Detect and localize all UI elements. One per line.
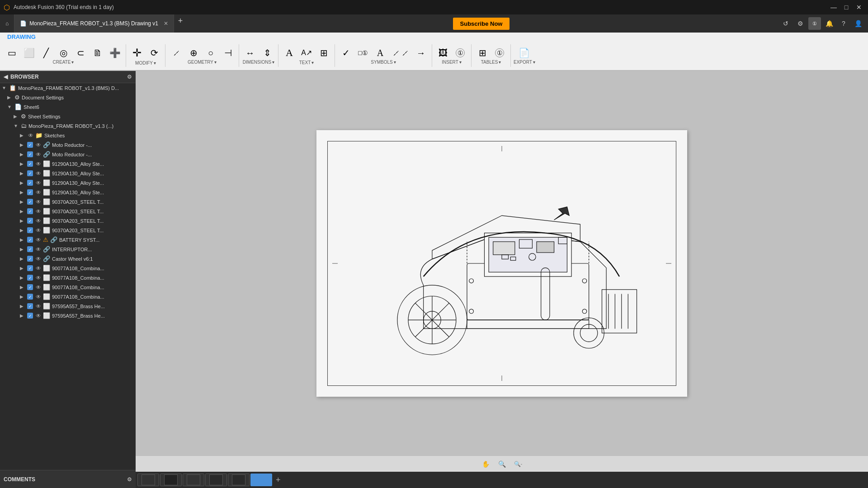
tree-checkbox-4[interactable]: ✓ xyxy=(27,180,33,186)
insert-image-btn[interactable]: 🖼 xyxy=(435,47,451,59)
tree-item-component-5[interactable]: ▶✓👁⬜91290A130_Alloy Ste... xyxy=(0,188,136,197)
add-sheet-button[interactable]: + xyxy=(273,475,283,485)
balloon-btn[interactable]: ⊞ xyxy=(316,47,332,59)
tables-dropdown-icon[interactable]: ▾ xyxy=(499,60,501,65)
move-btn[interactable]: ✛ xyxy=(129,46,145,60)
tree-item-component-16[interactable]: ▶✓👁⬜90077A108_Combina... xyxy=(0,292,136,301)
tree-eye-6[interactable]: 👁 xyxy=(35,199,42,205)
circle-geom-btn[interactable]: ○ xyxy=(203,47,219,59)
tangent-btn[interactable]: ⊣ xyxy=(220,47,236,59)
symbols-dropdown-icon[interactable]: ▾ xyxy=(394,60,396,65)
tree-checkbox-15[interactable]: ✓ xyxy=(27,284,33,290)
sync-icon[interactable]: ↺ xyxy=(779,17,792,30)
tree-eye-8[interactable]: 👁 xyxy=(35,218,42,224)
sheet-tab-3[interactable] xyxy=(183,474,204,486)
tree-eye-1[interactable]: 👁 xyxy=(35,151,42,158)
export-pdf-btn[interactable]: 📄 xyxy=(516,47,533,59)
tree-item-component-7[interactable]: ▶✓👁⬜90370A203_STEEL T... xyxy=(0,206,136,216)
insert-dropdown-icon[interactable]: ▾ xyxy=(459,60,462,65)
sheet-tab-4[interactable] xyxy=(205,474,227,486)
text-dropdown-icon[interactable]: ▾ xyxy=(311,60,314,65)
export-dropdown-icon[interactable]: ▾ xyxy=(533,60,535,65)
weld-btn[interactable]: ⟋⟋ xyxy=(389,47,412,59)
browser-settings-icon[interactable]: ⚙ xyxy=(127,74,132,80)
tree-eye-14[interactable]: 👁 xyxy=(35,275,42,281)
tree-eye-4[interactable]: 👁 xyxy=(35,180,42,186)
tree-checkbox-14[interactable]: ✓ xyxy=(27,275,33,281)
sheet-tab-5[interactable] xyxy=(228,474,250,486)
insert-num-btn[interactable]: ① xyxy=(452,47,468,59)
tree-eye-18[interactable]: 👁 xyxy=(35,313,42,319)
tree-item-root[interactable]: ▼ 📋 MonoPieza_FRAME ROBOT_v1.3 (BMS) D..… xyxy=(0,83,136,93)
tree-checkbox-9[interactable]: ✓ xyxy=(27,227,33,233)
tree-item-component-15[interactable]: ▶✓👁⬜90077A108_Combina... xyxy=(0,282,136,292)
notifications-count[interactable]: ① xyxy=(808,17,821,30)
tree-checkbox-7[interactable]: ✓ xyxy=(27,208,33,214)
create-rect-btn[interactable]: ⬜ xyxy=(21,47,37,59)
tree-eye-sketches[interactable]: 👁 xyxy=(27,132,34,139)
tree-item-component-14[interactable]: ▶✓👁⬜90077A108_Combina... xyxy=(0,273,136,282)
feature-control-btn[interactable]: □① xyxy=(355,48,371,57)
tree-eye-2[interactable]: 👁 xyxy=(35,161,42,167)
tree-eye-13[interactable]: 👁 xyxy=(35,265,42,272)
tree-checkbox-5[interactable]: ✓ xyxy=(27,189,33,195)
tree-eye-15[interactable]: 👁 xyxy=(35,284,42,291)
tree-checkbox-3[interactable]: ✓ xyxy=(27,170,33,176)
tree-eye-11[interactable]: 👁 xyxy=(35,246,42,253)
pan-tool-btn[interactable]: ✋ xyxy=(479,458,492,470)
tree-item-component-4[interactable]: ▶✓👁⬜91290A130_Alloy Ste... xyxy=(0,178,136,188)
tree-item-component-13[interactable]: ▶✓👁⬜90077A108_Combina... xyxy=(0,263,136,273)
table-num-btn[interactable]: ① xyxy=(491,47,508,59)
user-avatar[interactable]: 👤 xyxy=(852,17,864,30)
horiz-dim-btn[interactable]: ↔ xyxy=(242,47,258,59)
drawing-canvas[interactable] xyxy=(136,71,868,455)
tree-item-component-9[interactable]: ▶✓👁⬜90370A203_STEEL T... xyxy=(0,225,136,235)
tree-item-sheet6[interactable]: ▼ 📄 Sheet6 xyxy=(0,102,136,112)
create-circle-btn[interactable]: ◎ xyxy=(55,47,71,59)
leader-text-btn[interactable]: A↗ xyxy=(298,48,315,58)
dimensions-dropdown-icon[interactable]: ▾ xyxy=(272,60,274,65)
tree-checkbox-0[interactable]: ✓ xyxy=(27,142,33,148)
zoom-in-btn[interactable]: 🔍 xyxy=(495,458,508,470)
home-tab[interactable]: ⌂ xyxy=(0,14,14,33)
table-btn[interactable]: ⊞ xyxy=(474,47,491,59)
tree-checkbox-6[interactable]: ✓ xyxy=(27,199,33,205)
tree-eye-7[interactable]: 👁 xyxy=(35,208,42,215)
centermark-btn[interactable]: ⊕ xyxy=(185,47,202,59)
surface-texture-btn[interactable]: ✓ xyxy=(338,47,354,59)
tree-item-component-2[interactable]: ▶✓👁⬜91290A130_Alloy Ste... xyxy=(0,159,136,169)
modify-dropdown-icon[interactable]: ▾ xyxy=(154,61,156,66)
centerline-btn[interactable]: ⟋ xyxy=(168,47,184,59)
create-line-btn[interactable]: ╱ xyxy=(38,47,54,59)
notifications-icon[interactable]: 🔔 xyxy=(823,17,835,30)
datum-btn[interactable]: A xyxy=(372,47,388,59)
tree-checkbox-8[interactable]: ✓ xyxy=(27,218,33,224)
tree-eye-10[interactable]: 👁 xyxy=(35,237,42,243)
tree-checkbox-11[interactable]: ✓ xyxy=(27,246,33,252)
tree-eye-5[interactable]: 👁 xyxy=(35,189,42,196)
subscribe-button[interactable]: Subscribe Now xyxy=(453,18,510,30)
vert-dim-btn[interactable]: ⇕ xyxy=(259,47,275,59)
create-dropdown-icon[interactable]: ▾ xyxy=(71,60,74,65)
tree-eye-9[interactable]: 👁 xyxy=(35,227,42,234)
tree-item-component-11[interactable]: ▶✓👁🔗INTERRUPTOR... xyxy=(0,244,136,254)
tree-item-component-3[interactable]: ▶✓👁⬜91290A130_Alloy Ste... xyxy=(0,169,136,178)
tree-checkbox-10[interactable]: ✓ xyxy=(27,237,33,243)
tree-item-monopieza[interactable]: ▼ 🗂 MonoPieza_FRAME ROBOT_v1.3 (...) xyxy=(0,121,136,131)
create-arc-btn[interactable]: ⊂ xyxy=(72,47,89,59)
comments-settings-icon[interactable]: ⚙ xyxy=(127,476,132,483)
rotate-btn[interactable]: ⟳ xyxy=(146,47,162,59)
maximize-button[interactable]: □ xyxy=(841,2,852,13)
tab-close-icon[interactable]: ✕ xyxy=(164,20,168,27)
tree-eye-3[interactable]: 👁 xyxy=(35,170,42,177)
tree-item-component-12[interactable]: ▶✓👁🔗Castor Wheel v6:1 xyxy=(0,254,136,263)
close-button[interactable]: ✕ xyxy=(854,2,864,13)
tree-item-component-10[interactable]: ▶✓👁⚠🔗BATTERY SYST... xyxy=(0,235,136,244)
tree-checkbox-12[interactable]: ✓ xyxy=(27,256,33,262)
create-sketch-btn[interactable]: ▭ xyxy=(4,47,20,59)
settings-icon[interactable]: ⚙ xyxy=(794,17,807,30)
tree-item-sketches[interactable]: ▶ 👁 📁 Sketches xyxy=(0,131,136,140)
tree-checkbox-1[interactable]: ✓ xyxy=(27,151,33,157)
sheet-tab-2[interactable] xyxy=(160,474,182,486)
new-tab-button[interactable]: + xyxy=(174,14,187,27)
